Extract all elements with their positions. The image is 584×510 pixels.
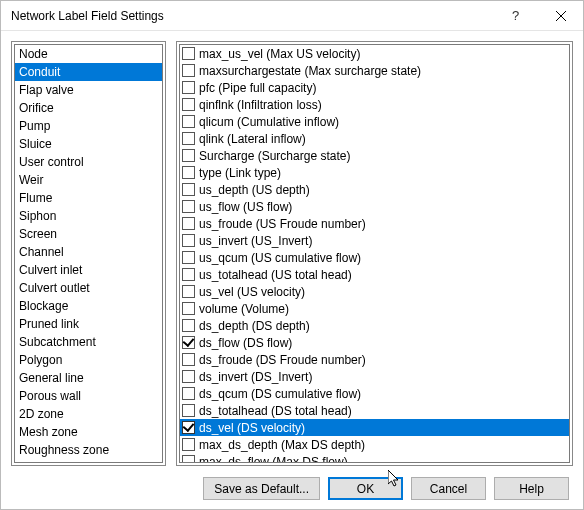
field-label: max_ds_depth (Max DS depth): [199, 437, 567, 453]
category-item[interactable]: Flume: [15, 189, 162, 207]
field-label: us_flow (US flow): [199, 199, 567, 215]
field-item[interactable]: us_qcum (US cumulative flow): [180, 249, 569, 266]
category-item[interactable]: Flap valve: [15, 81, 162, 99]
field-label: us_totalhead (US total head): [199, 267, 567, 283]
field-item[interactable]: ds_totalhead (DS total head): [180, 402, 569, 419]
checkbox-icon[interactable]: [182, 234, 195, 247]
ok-button[interactable]: OK: [328, 477, 403, 500]
field-label: ds_invert (DS_Invert): [199, 369, 567, 385]
field-item[interactable]: us_vel (US velocity): [180, 283, 569, 300]
fields-panel: max_us_vel (Max US velocity)maxsurcharge…: [176, 41, 573, 466]
checkbox-icon[interactable]: [182, 149, 195, 162]
field-item[interactable]: type (Link type): [180, 164, 569, 181]
checkbox-icon[interactable]: [182, 455, 195, 463]
checkbox-icon[interactable]: [182, 217, 195, 230]
field-label: Surcharge (Surcharge state): [199, 148, 567, 164]
category-item[interactable]: Blockage: [15, 297, 162, 315]
category-item[interactable]: Sluice: [15, 135, 162, 153]
category-item[interactable]: Screen: [15, 225, 162, 243]
field-item[interactable]: qlicum (Cumulative inflow): [180, 113, 569, 130]
checkbox-icon[interactable]: [182, 166, 195, 179]
checkbox-icon[interactable]: [182, 183, 195, 196]
field-item[interactable]: ds_flow (DS flow): [180, 334, 569, 351]
checkbox-icon[interactable]: [182, 132, 195, 145]
checkbox-icon[interactable]: [182, 404, 195, 417]
category-item[interactable]: Mesh zone: [15, 423, 162, 441]
window-title: Network Label Field Settings: [11, 9, 493, 23]
category-item[interactable]: IC zone - hydraulics (2D): [15, 459, 162, 463]
field-label: qlink (Lateral inflow): [199, 131, 567, 147]
field-label: maxsurchargestate (Max surcharge state): [199, 63, 567, 79]
checkbox-icon[interactable]: [182, 268, 195, 281]
field-item[interactable]: max_us_vel (Max US velocity): [180, 45, 569, 62]
category-item[interactable]: Channel: [15, 243, 162, 261]
category-item[interactable]: Conduit: [15, 63, 162, 81]
checkbox-icon[interactable]: [182, 438, 195, 451]
help-button-footer[interactable]: Help: [494, 477, 569, 500]
category-item[interactable]: Node: [15, 45, 162, 63]
cancel-button[interactable]: Cancel: [411, 477, 486, 500]
field-label: volume (Volume): [199, 301, 567, 317]
field-label: ds_froude (DS Froude number): [199, 352, 567, 368]
field-item[interactable]: us_invert (US_Invert): [180, 232, 569, 249]
category-item[interactable]: 2D zone: [15, 405, 162, 423]
field-item[interactable]: ds_invert (DS_Invert): [180, 368, 569, 385]
category-item[interactable]: Roughness zone: [15, 441, 162, 459]
field-label: us_vel (US velocity): [199, 284, 567, 300]
checkbox-icon[interactable]: [182, 251, 195, 264]
checkbox-icon[interactable]: [182, 336, 195, 349]
field-label: us_depth (US depth): [199, 182, 567, 198]
category-item[interactable]: Siphon: [15, 207, 162, 225]
category-item[interactable]: Pump: [15, 117, 162, 135]
checkbox-icon[interactable]: [182, 319, 195, 332]
save-default-button[interactable]: Save as Default...: [203, 477, 320, 500]
category-item[interactable]: Pruned link: [15, 315, 162, 333]
field-item[interactable]: qinflnk (Infiltration loss): [180, 96, 569, 113]
fields-checklist[interactable]: max_us_vel (Max US velocity)maxsurcharge…: [179, 44, 570, 463]
category-item[interactable]: Polygon: [15, 351, 162, 369]
footer: Save as Default... OK Cancel Help: [1, 476, 583, 509]
field-item[interactable]: max_ds_flow (Max DS flow): [180, 453, 569, 463]
category-item[interactable]: Porous wall: [15, 387, 162, 405]
field-item[interactable]: max_ds_depth (Max DS depth): [180, 436, 569, 453]
checkbox-icon[interactable]: [182, 81, 195, 94]
field-item[interactable]: us_flow (US flow): [180, 198, 569, 215]
field-item[interactable]: us_froude (US Froude number): [180, 215, 569, 232]
checkbox-icon[interactable]: [182, 115, 195, 128]
checkbox-icon[interactable]: [182, 285, 195, 298]
category-item[interactable]: Subcatchment: [15, 333, 162, 351]
close-button[interactable]: [538, 1, 583, 31]
category-item[interactable]: Orifice: [15, 99, 162, 117]
content-area: NodeConduitFlap valveOrificePumpSluiceUs…: [1, 31, 583, 476]
field-item[interactable]: ds_depth (DS depth): [180, 317, 569, 334]
checkbox-icon[interactable]: [182, 370, 195, 383]
field-item[interactable]: us_totalhead (US total head): [180, 266, 569, 283]
field-label: max_ds_flow (Max DS flow): [199, 454, 567, 464]
checkbox-icon[interactable]: [182, 47, 195, 60]
checkbox-icon[interactable]: [182, 302, 195, 315]
field-label: ds_flow (DS flow): [199, 335, 567, 351]
category-item[interactable]: Culvert inlet: [15, 261, 162, 279]
field-item[interactable]: volume (Volume): [180, 300, 569, 317]
help-button[interactable]: ?: [493, 1, 538, 31]
field-item[interactable]: ds_vel (DS velocity): [180, 419, 569, 436]
category-item[interactable]: Culvert outlet: [15, 279, 162, 297]
field-item[interactable]: ds_qcum (DS cumulative flow): [180, 385, 569, 402]
field-item[interactable]: maxsurchargestate (Max surcharge state): [180, 62, 569, 79]
checkbox-icon[interactable]: [182, 421, 195, 434]
checkbox-icon[interactable]: [182, 353, 195, 366]
close-icon: [556, 11, 566, 21]
checkbox-icon[interactable]: [182, 64, 195, 77]
field-item[interactable]: pfc (Pipe full capacity): [180, 79, 569, 96]
category-item[interactable]: General line: [15, 369, 162, 387]
checkbox-icon[interactable]: [182, 98, 195, 111]
category-listbox[interactable]: NodeConduitFlap valveOrificePumpSluiceUs…: [14, 44, 163, 463]
field-item[interactable]: Surcharge (Surcharge state): [180, 147, 569, 164]
checkbox-icon[interactable]: [182, 200, 195, 213]
field-item[interactable]: qlink (Lateral inflow): [180, 130, 569, 147]
category-item[interactable]: Weir: [15, 171, 162, 189]
field-item[interactable]: us_depth (US depth): [180, 181, 569, 198]
checkbox-icon[interactable]: [182, 387, 195, 400]
category-item[interactable]: User control: [15, 153, 162, 171]
field-item[interactable]: ds_froude (DS Froude number): [180, 351, 569, 368]
